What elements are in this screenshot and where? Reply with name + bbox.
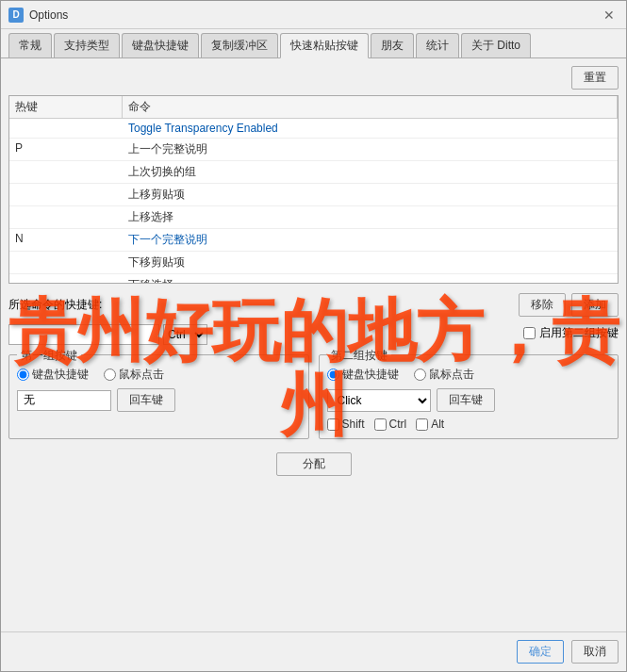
cell-hotkey	[9, 252, 123, 273]
header-hotkey: 热键	[9, 96, 123, 118]
command-list[interactable]: 热键 命令 Toggle Transparency Enabled P 上一个完…	[8, 95, 619, 284]
group1-radio-keyboard[interactable]: 键盘快捷键	[17, 367, 89, 383]
list-header: 热键 命令	[9, 96, 618, 119]
cell-command: 下一个完整说明	[123, 229, 618, 251]
title-bar: D Options ✕	[1, 1, 626, 29]
table-row[interactable]: 上移剪贴项	[9, 184, 618, 206]
group1-box: 第一组按键 键盘快捷键 鼠标点击 回车键	[8, 354, 309, 439]
shortcut-modifier-select[interactable]: CtrlAltShift	[163, 324, 207, 345]
tab-stats[interactable]: 统计	[416, 33, 459, 57]
tabs-bar: 常规 支持类型 键盘快捷键 复制缓冲区 快速粘贴按键 朋友 统计 关于 Ditt…	[1, 29, 626, 58]
cell-hotkey	[9, 161, 123, 183]
cell-command: 上移选择	[123, 206, 618, 228]
shortcut-label: 所选命令的快捷键:	[8, 297, 102, 313]
cell-command: 上移剪贴项	[123, 184, 618, 205]
group2-radio-keyboard[interactable]: 键盘快捷键	[327, 367, 399, 383]
tab-general[interactable]: 常规	[8, 33, 52, 57]
tab-quickpaste[interactable]: 快速粘贴按键	[280, 33, 369, 58]
group2-input-row: Click Double Click Right Click Middle Cl…	[327, 388, 611, 412]
table-row[interactable]: 上移选择	[9, 206, 618, 229]
table-row[interactable]: Toggle Transparency Enabled	[9, 119, 618, 139]
group2-radio-row: 键盘快捷键 鼠标点击	[327, 367, 611, 383]
group2-content: 键盘快捷键 鼠标点击 Click Double Click Right Clic…	[327, 367, 611, 431]
cell-hotkey	[9, 206, 123, 228]
cell-hotkey: N	[9, 229, 123, 251]
cell-command: 上一个完整说明	[123, 139, 618, 160]
tab-keyboard[interactable]: 键盘快捷键	[122, 33, 199, 57]
cancel-button[interactable]: 取消	[571, 640, 619, 664]
table-row[interactable]: 上次切换的组	[9, 161, 618, 184]
ok-button[interactable]: 确定	[517, 640, 564, 664]
shift-check-label[interactable]: Shift	[327, 418, 365, 431]
reset-row: 重置	[8, 66, 619, 90]
tab-friends[interactable]: 朋友	[371, 33, 414, 57]
add-button[interactable]: 添加	[571, 293, 619, 317]
alt-check-label[interactable]: Alt	[416, 418, 444, 431]
ctrl-check-label[interactable]: Ctrl	[374, 418, 407, 431]
table-row[interactable]: 下移剪贴项	[9, 252, 618, 274]
group1-input-row: 回车键	[17, 388, 301, 412]
tab-clipboard[interactable]: 复制缓冲区	[201, 33, 278, 57]
main-window: D Options ✕ 常规 支持类型 键盘快捷键 复制缓冲区 快速粘贴按键 朋…	[0, 0, 627, 672]
group1-radio-row: 键盘快捷键 鼠标点击	[17, 367, 301, 383]
group1-title: 第一组按键	[17, 348, 81, 364]
assign-row: 分配	[8, 452, 619, 476]
cell-hotkey	[9, 274, 123, 284]
cell-hotkey: P	[9, 139, 123, 160]
table-row[interactable]: N 下一个完整说明	[9, 229, 618, 252]
group1-text-input[interactable]	[17, 390, 111, 411]
group2-click-select[interactable]: Click Double Click Right Click Middle Cl…	[327, 389, 431, 412]
content-area: 贵州好玩的地方，贵州 重置 热键 命令 Toggle Transparency …	[1, 58, 626, 631]
close-button[interactable]: ✕	[600, 8, 619, 23]
table-row[interactable]: 下移选择	[9, 274, 618, 284]
group2-enter-button[interactable]: 回车键	[437, 388, 495, 412]
cell-hotkey	[9, 119, 123, 138]
group1-content: 键盘快捷键 鼠标点击 回车键	[17, 367, 301, 412]
app-icon: D	[8, 8, 24, 23]
table-row[interactable]: P 上一个完整说明	[9, 139, 618, 161]
header-command: 命令	[123, 96, 618, 118]
second-key-checkbox[interactable]	[523, 327, 536, 339]
window-title: Options	[29, 8, 68, 22]
two-group-section: 第一组按键 键盘快捷键 鼠标点击 回车键	[8, 354, 619, 439]
cell-command: 下移选择	[123, 274, 618, 284]
reset-button[interactable]: 重置	[571, 66, 619, 90]
tab-about[interactable]: 关于 Ditto	[461, 33, 531, 57]
cell-command: Toggle Transparency Enabled	[123, 119, 618, 138]
group2-radio-mouse[interactable]: 鼠标点击	[414, 367, 474, 383]
group1-enter-button[interactable]: 回车键	[117, 388, 175, 412]
group2-modifier-checkboxes: Shift Ctrl Alt	[327, 418, 611, 431]
second-key-label: 启用第二组按键	[539, 325, 619, 341]
ctrl-checkbox[interactable]	[374, 418, 387, 431]
tab-support[interactable]: 支持类型	[54, 33, 120, 57]
title-bar-left: D Options	[8, 8, 68, 23]
cell-command: 下移剪贴项	[123, 252, 618, 273]
assign-button[interactable]: 分配	[276, 452, 352, 476]
cell-hotkey	[9, 184, 123, 205]
shift-checkbox[interactable]	[327, 418, 339, 431]
second-key-check-row: 启用第二组按键	[523, 325, 619, 341]
remove-add-row: 移除 添加	[519, 293, 619, 317]
cell-command: 上次切换的组	[123, 161, 618, 183]
group1-radio-mouse[interactable]: 鼠标点击	[104, 367, 164, 383]
shortcut-display[interactable]	[8, 324, 159, 345]
footer-bar: 确定 取消	[1, 631, 626, 671]
group2-box: 第二组按键 键盘快捷键 鼠标点击 Clic	[319, 354, 619, 439]
alt-checkbox[interactable]	[416, 418, 428, 431]
group2-title: 第二组按键	[327, 348, 391, 364]
remove-button[interactable]: 移除	[519, 293, 566, 317]
